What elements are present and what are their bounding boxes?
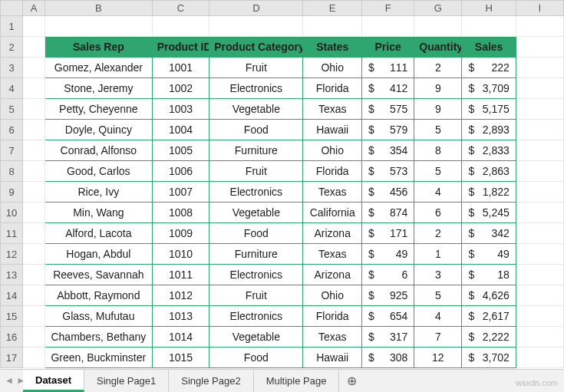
col-G[interactable]: G (414, 1, 462, 16)
cell[interactable] (516, 244, 563, 265)
cell[interactable] (152, 16, 209, 37)
cell-price[interactable]: $ 49 (362, 244, 414, 265)
cell-price[interactable]: $ 412 (362, 78, 414, 99)
cell-sales-rep[interactable]: Stone, Jeremy (45, 78, 152, 99)
cell-product-category[interactable]: Fruit (209, 161, 303, 182)
header-sales[interactable]: Sales (462, 37, 516, 58)
sheet-tab-single-page1[interactable]: Single Page1 (84, 370, 169, 392)
cell-sales[interactable]: $ 3,709 (462, 78, 516, 99)
cell-states[interactable]: Texas (303, 182, 362, 203)
cell-price[interactable]: $ 925 (362, 285, 414, 306)
cell[interactable] (22, 120, 45, 140)
cell[interactable] (22, 265, 45, 285)
cell-quantity[interactable]: 9 (414, 99, 462, 120)
cell-price[interactable]: $ 579 (362, 120, 414, 140)
cell-quantity[interactable]: 7 (414, 327, 462, 348)
header-product_category[interactable]: Product Category (209, 37, 303, 58)
col-H[interactable]: H (462, 1, 516, 16)
cell-quantity[interactable]: 8 (414, 140, 462, 161)
cell-sales-rep[interactable]: Conrad, Alfonso (45, 140, 152, 161)
cell[interactable] (22, 16, 45, 37)
row-header[interactable]: 7 (1, 140, 23, 161)
cell[interactable] (516, 120, 563, 140)
row-header[interactable]: 10 (1, 203, 23, 223)
cell-price[interactable]: $ 6 (362, 265, 414, 285)
col-E[interactable]: E (303, 1, 362, 16)
cell-product-id[interactable]: 1011 (152, 265, 209, 285)
cell-product-category[interactable]: Electronics (209, 265, 303, 285)
cell-quantity[interactable]: 5 (414, 285, 462, 306)
cell-product-id[interactable]: 1001 (152, 58, 209, 78)
cell-states[interactable]: Texas (303, 327, 362, 348)
cell-sales-rep[interactable]: Min, Wang (45, 203, 152, 223)
header-states[interactable]: States (303, 37, 362, 58)
cell-states[interactable]: Arizona (303, 223, 362, 244)
cell-states[interactable]: Ohio (303, 285, 362, 306)
cell-sales[interactable]: $ 3,702 (462, 348, 516, 368)
cell[interactable] (22, 37, 45, 58)
row-header[interactable]: 1 (1, 16, 23, 37)
cell-product-id[interactable]: 1015 (152, 348, 209, 368)
cell-states[interactable]: Hawaii (303, 120, 362, 140)
cell-product-id[interactable]: 1003 (152, 99, 209, 120)
cell-sales-rep[interactable]: Petty, Cheyenne (45, 99, 152, 120)
cell-price[interactable]: $ 456 (362, 182, 414, 203)
cell-sales[interactable]: $ 4,626 (462, 285, 516, 306)
cell-quantity[interactable]: 5 (414, 161, 462, 182)
cell-price[interactable]: $ 654 (362, 306, 414, 327)
cell[interactable] (516, 203, 563, 223)
cell-price[interactable]: $ 308 (362, 348, 414, 368)
row-header[interactable]: 11 (1, 223, 23, 244)
cell[interactable] (516, 37, 563, 58)
cell-sales-rep[interactable]: Chambers, Bethany (45, 327, 152, 348)
cell-sales-rep[interactable]: Gomez, Alexander (45, 58, 152, 78)
cell-sales[interactable]: $ 18 (462, 265, 516, 285)
row-header[interactable]: 12 (1, 244, 23, 265)
cell-price[interactable]: $ 874 (362, 203, 414, 223)
cell-sales[interactable]: $ 2,893 (462, 120, 516, 140)
select-all-corner[interactable] (1, 1, 23, 16)
cell-product-id[interactable]: 1014 (152, 327, 209, 348)
cell-product-category[interactable]: Vegetable (209, 327, 303, 348)
cell[interactable] (22, 99, 45, 120)
cell[interactable] (516, 285, 563, 306)
col-D[interactable]: D (209, 1, 303, 16)
cell[interactable] (22, 223, 45, 244)
cell-price[interactable]: $ 111 (362, 58, 414, 78)
cell-product-id[interactable]: 1007 (152, 182, 209, 203)
cell[interactable] (516, 182, 563, 203)
cell-product-category[interactable]: Electronics (209, 306, 303, 327)
cell[interactable] (414, 16, 462, 37)
cell-price[interactable]: $ 573 (362, 161, 414, 182)
cell[interactable] (516, 99, 563, 120)
header-quantity[interactable]: Quantity (414, 37, 462, 58)
cell-price[interactable]: $ 354 (362, 140, 414, 161)
cell-states[interactable]: California (303, 203, 362, 223)
row-header[interactable]: 5 (1, 99, 23, 120)
cell-states[interactable]: Ohio (303, 140, 362, 161)
cell-product-category[interactable]: Furniture (209, 244, 303, 265)
cell-product-id[interactable]: 1005 (152, 140, 209, 161)
cell-sales[interactable]: $ 2,222 (462, 327, 516, 348)
cell-product-category[interactable]: Fruit (209, 58, 303, 78)
cell-price[interactable]: $ 171 (362, 223, 414, 244)
add-sheet-button[interactable]: ⊕ (339, 370, 364, 392)
cell-quantity[interactable]: 1 (414, 244, 462, 265)
row-header[interactable]: 6 (1, 120, 23, 140)
cell-sales-rep[interactable]: Hogan, Abdul (45, 244, 152, 265)
col-I[interactable]: I (516, 1, 563, 16)
cell-states[interactable]: Texas (303, 99, 362, 120)
cell-product-category[interactable]: Furniture (209, 140, 303, 161)
col-F[interactable]: F (362, 1, 414, 16)
cell-quantity[interactable]: 4 (414, 182, 462, 203)
cell[interactable] (209, 16, 303, 37)
cell-product-id[interactable]: 1013 (152, 306, 209, 327)
cell-states[interactable]: Florida (303, 306, 362, 327)
cell[interactable] (45, 16, 152, 37)
cell-sales-rep[interactable]: Alford, Lacota (45, 223, 152, 244)
cell-price[interactable]: $ 317 (362, 327, 414, 348)
cell[interactable] (516, 348, 563, 368)
cell-sales-rep[interactable]: Reeves, Savannah (45, 265, 152, 285)
cell-product-id[interactable]: 1002 (152, 78, 209, 99)
cell[interactable] (516, 265, 563, 285)
